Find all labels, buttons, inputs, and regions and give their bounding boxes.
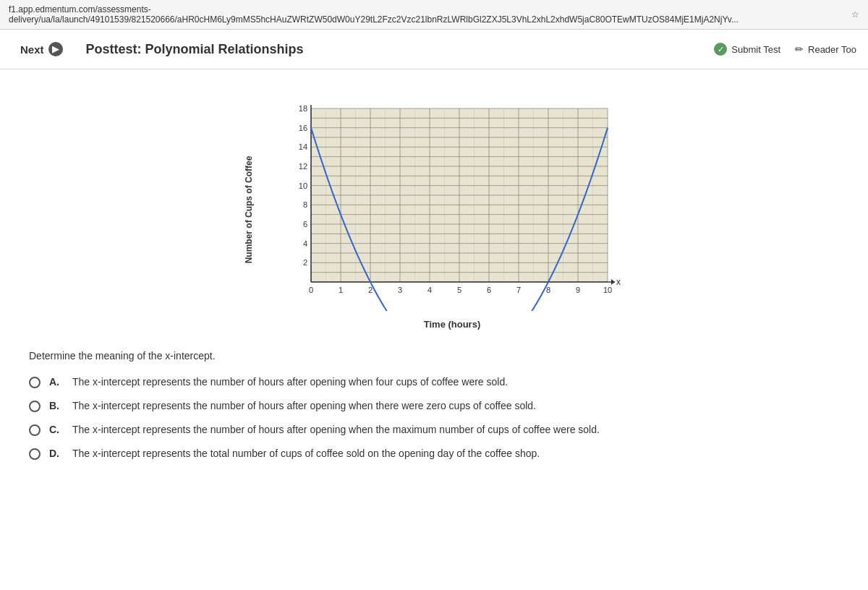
chart-container: Number of Cups of Coffee Time (hours) (29, 87, 839, 333)
address-bar: f1.app.edmentum.com/assessments-delivery… (0, 0, 868, 30)
check-icon: ✓ (714, 43, 727, 56)
option-letter-2: C. (49, 424, 64, 435)
main-content: Number of Cups of Coffee Time (hours) De… (0, 69, 868, 590)
option-item[interactable]: B. The x-intercept represents the number… (29, 400, 839, 412)
radio-1[interactable] (29, 401, 41, 412)
graph-canvas (282, 94, 622, 311)
y-axis-label: Number of Cups of Coffee (244, 156, 254, 264)
submit-test-button[interactable]: ✓ Submit Test (714, 43, 780, 56)
option-letter-0: A. (49, 376, 64, 388)
question-text: Determine the meaning of the x-intercept… (29, 350, 839, 362)
radio-0[interactable] (29, 377, 41, 388)
bookmark-icon[interactable]: ☆ (851, 9, 859, 20)
option-letter-3: D. (49, 448, 64, 459)
option-text-1: The x-intercept represents the number of… (72, 400, 536, 411)
toolbar-right: ✓ Submit Test ✏ Reader Too (714, 43, 856, 56)
page-title: Posttest: Polynomial Relationships (86, 42, 715, 57)
next-button[interactable]: Next ▶ (12, 36, 72, 62)
option-text-3: The x-intercept represents the total num… (72, 448, 540, 459)
option-text-0: The x-intercept represents the number of… (72, 376, 508, 388)
x-axis-label: Time (hours) (424, 319, 481, 330)
reader-label: Reader Too (808, 44, 856, 55)
next-arrow-icon: ▶ (48, 42, 63, 56)
toolbar: Next ▶ Posttest: Polynomial Relationship… (0, 30, 868, 69)
option-text-2: The x-intercept represents the number of… (72, 424, 600, 435)
chart-wrapper: Number of Cups of Coffee Time (hours) (246, 87, 622, 333)
option-item[interactable]: A. The x-intercept represents the number… (29, 376, 839, 388)
reader-tool-button[interactable]: ✏ Reader Too (795, 43, 856, 55)
url-text: f1.app.edmentum.com/assessments-delivery… (9, 4, 846, 25)
options-list: A. The x-intercept represents the number… (29, 376, 839, 460)
option-item[interactable]: D. The x-intercept represents the total … (29, 448, 839, 460)
option-letter-1: B. (49, 400, 64, 411)
option-item[interactable]: C. The x-intercept represents the number… (29, 424, 839, 436)
pencil-icon: ✏ (795, 43, 804, 55)
submit-label: Submit Test (731, 44, 780, 55)
next-label: Next (20, 43, 44, 56)
radio-3[interactable] (29, 448, 41, 460)
radio-2[interactable] (29, 424, 41, 436)
